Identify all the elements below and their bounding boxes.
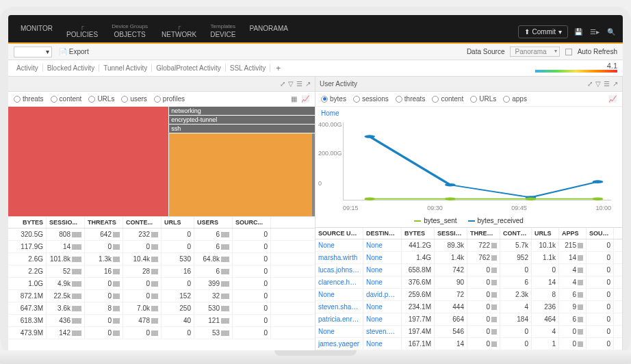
user-panel: User Activity ⤢ ▽ ☰ ↗ bytes sessions thr… xyxy=(316,77,623,350)
treemap-view-icon[interactable]: ▦ xyxy=(291,95,297,103)
right-filter-bar: bytes sessions threats content URLs apps… xyxy=(316,92,622,107)
tab-activity[interactable]: Activity xyxy=(12,64,43,72)
table-row[interactable]: marsha.wirthNone1.4G1.4k7629521.1k140 xyxy=(316,252,622,264)
left-table: BYTES SESSIO... THREATS CONTE... URLS US… xyxy=(8,216,315,339)
table-row[interactable]: 872.1M22.5k00152320 xyxy=(8,290,315,302)
svg-point-4 xyxy=(364,197,375,200)
table-row[interactable]: 473.9M142000530 xyxy=(8,327,315,339)
context-select[interactable]: ▾ xyxy=(14,47,52,57)
radio-users[interactable]: users xyxy=(121,95,146,103)
top-menu-bar: MONITOR ┌POLICIES Device GroupsOBJECTS ┌… xyxy=(8,15,623,42)
radio-content2[interactable]: content xyxy=(432,95,463,103)
export-button[interactable]: 📄 Export xyxy=(59,48,89,55)
auto-refresh-checkbox[interactable] xyxy=(565,49,572,55)
radio-threats2[interactable]: threats xyxy=(396,95,426,103)
svg-point-6 xyxy=(526,197,537,200)
table-row[interactable]: lucas.johnstonNone658.8M74200040 xyxy=(316,264,622,276)
table-row[interactable]: 618.3M4360478401210 xyxy=(8,315,315,327)
data-source-label: Data Source xyxy=(467,48,505,55)
radio-urls[interactable]: URLs xyxy=(88,95,114,103)
chart-legend: bytes_sent bytes_received xyxy=(316,216,622,227)
app-panel: ⤢ ▽ ☰ ↗ threats content URLs users profi… xyxy=(8,77,316,350)
chart-lines xyxy=(343,122,611,200)
chart-view-icon[interactable]: 📈 xyxy=(301,95,309,103)
threat-meter: 4.1 xyxy=(535,62,617,73)
menu-objects[interactable]: Device GroupsOBJECTS xyxy=(105,23,155,38)
data-source-select[interactable]: Panorama xyxy=(510,47,559,57)
tab-blocked[interactable]: Blocked Activity xyxy=(43,64,99,72)
popout-icon[interactable]: ↗ xyxy=(305,80,311,88)
table-row[interactable]: Nonedavid.poster259.6M7202.3k860 xyxy=(316,289,622,301)
filter-icon[interactable]: ▽ xyxy=(595,80,601,88)
panel-title-right: User Activity xyxy=(320,80,357,88)
save-icon[interactable]: 💾 xyxy=(572,26,584,38)
table-row[interactable]: 647.3M3.6k87.0k2505300 xyxy=(8,302,315,315)
toolbar: ▾ 📄 Export Data Source Panorama Auto Ref… xyxy=(8,44,623,60)
svg-point-3 xyxy=(593,180,604,183)
radio-bytes[interactable]: bytes xyxy=(321,95,346,103)
chart-view-icon[interactable]: 📈 xyxy=(608,95,617,103)
table-row[interactable]: 2.2G5216281660 xyxy=(8,265,315,278)
list-icon[interactable]: ☰ xyxy=(296,80,302,88)
list-icon[interactable]: ☰ xyxy=(604,80,610,88)
radio-apps[interactable]: apps xyxy=(503,95,527,103)
menu-panorama[interactable]: PANORAMA xyxy=(242,23,295,38)
right-table: SOURCE USER DESTINATI... BYTES SESSIO...… xyxy=(316,227,622,350)
table-row[interactable]: 1.0G4.9k0003990 xyxy=(8,278,315,290)
radio-content[interactable]: content xyxy=(51,95,82,103)
treemap-block-large[interactable] xyxy=(8,107,169,216)
tab-tunnel[interactable]: Tunnel Activity xyxy=(99,64,152,72)
add-tab-button[interactable]: + xyxy=(270,64,286,73)
treemap[interactable]: networking encrypted-tunnel ssh xyxy=(8,107,315,216)
radio-urls2[interactable]: URLs xyxy=(470,95,496,103)
expand-icon[interactable]: ⤢ xyxy=(280,80,285,88)
treemap-block-side[interactable] xyxy=(312,133,315,216)
table-row[interactable]: steven.sharmaNone234.1M4440423690 xyxy=(316,301,622,313)
commit-button[interactable]: ⬆Commit▾ xyxy=(518,25,568,38)
laptop-frame: MONITOR ┌POLICIES Device GroupsOBJECTS ┌… xyxy=(0,7,631,364)
table-row[interactable]: NoneNone441.2G89.3k7225.7k10.1k2150 xyxy=(316,239,622,252)
svg-point-7 xyxy=(593,197,604,200)
activity-tabs: Activity Blocked Activity Tunnel Activit… xyxy=(8,60,623,77)
screen: MONITOR ┌POLICIES Device GroupsOBJECTS ┌… xyxy=(8,15,623,350)
user-chart: 400.00G 200.00G 0 09:15 09:30 09:45 10:0… xyxy=(316,120,622,216)
tab-ssl[interactable]: SSL Activity xyxy=(226,64,270,72)
menu-network[interactable]: ┌NETWORK xyxy=(155,23,203,38)
menu-policies[interactable]: ┌POLICIES xyxy=(60,23,105,38)
table-row[interactable]: Nonesteven.shar...197.4M54600400 xyxy=(316,326,622,338)
table-row[interactable]: patricia.enriquNone197.7M664018446460 xyxy=(316,313,622,326)
popout-icon[interactable]: ↗ xyxy=(613,80,618,88)
home-breadcrumb[interactable]: Home xyxy=(316,107,622,120)
expand-icon[interactable]: ⤢ xyxy=(587,80,593,88)
task-icon[interactable]: ☰▸ xyxy=(589,26,601,38)
table-header: SOURCE USER DESTINATI... BYTES SESSIO...… xyxy=(316,227,622,239)
search-icon[interactable]: 🔍 xyxy=(605,26,617,38)
tab-globalprotect[interactable]: GlobalProtect Activity xyxy=(152,64,225,72)
table-row[interactable]: james.yaegerNone167.1M1400100 xyxy=(316,338,622,350)
table-row[interactable]: 320.5G808642232060 xyxy=(8,229,315,241)
treemap-label-ssh[interactable]: ssh xyxy=(169,125,315,133)
table-row[interactable]: 117.9G1400060 xyxy=(8,241,315,253)
auto-refresh-label: Auto Refresh xyxy=(578,48,617,55)
treemap-label-encrypted[interactable]: encrypted-tunnel xyxy=(169,116,315,125)
table-row[interactable]: clarence.hujerNone376.6M90061440 xyxy=(316,276,622,289)
table-row[interactable]: 2.6G101.8k1.3k10.4k53064.8k0 xyxy=(8,253,315,265)
table-header: BYTES SESSIO... THREATS CONTE... URLS US… xyxy=(8,216,315,229)
menu-monitor[interactable]: MONITOR xyxy=(14,23,60,38)
radio-profiles[interactable]: profiles xyxy=(154,95,185,103)
radio-sessions[interactable]: sessions xyxy=(353,95,389,103)
treemap-block-ssh[interactable] xyxy=(169,133,312,216)
svg-point-5 xyxy=(445,197,456,200)
filter-icon[interactable]: ▽ xyxy=(288,80,294,88)
laptop-base xyxy=(0,350,631,364)
radio-threats[interactable]: threats xyxy=(14,95,44,103)
menu-device[interactable]: TemplatesDEVICE xyxy=(203,23,242,38)
left-filter-bar: threats content URLs users profiles ▦ 📈 xyxy=(8,92,315,107)
svg-point-1 xyxy=(445,183,456,187)
svg-point-0 xyxy=(364,135,375,138)
treemap-label-networking[interactable]: networking xyxy=(169,107,315,116)
